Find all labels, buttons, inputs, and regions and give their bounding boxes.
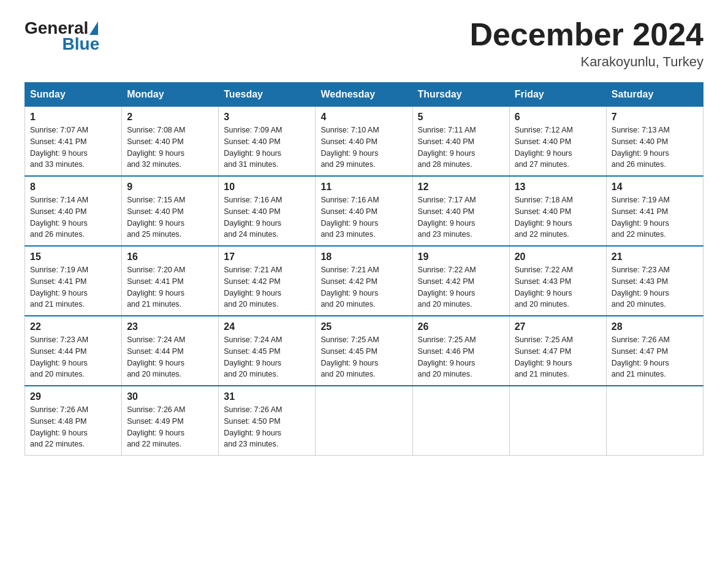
table-row: 5 Sunrise: 7:11 AM Sunset: 4:40 PM Dayli…: [412, 107, 509, 177]
day-number: 15: [30, 251, 116, 262]
day-info: Sunrise: 7:20 AM Sunset: 4:41 PM Dayligh…: [127, 264, 213, 310]
day-number: 7: [612, 112, 698, 123]
day-number: 6: [515, 112, 601, 123]
month-title: December 2024: [469, 18, 703, 50]
table-row: [316, 386, 412, 456]
table-row: 11 Sunrise: 7:16 AM Sunset: 4:40 PM Dayl…: [316, 176, 412, 246]
table-row: 13 Sunrise: 7:18 AM Sunset: 4:40 PM Dayl…: [509, 176, 606, 246]
day-info: Sunrise: 7:16 AM Sunset: 4:40 PM Dayligh…: [224, 194, 310, 240]
day-number: 24: [224, 321, 310, 332]
col-thursday: Thursday: [412, 83, 509, 107]
table-row: 20 Sunrise: 7:22 AM Sunset: 4:43 PM Dayl…: [509, 246, 606, 316]
col-wednesday: Wednesday: [316, 83, 412, 107]
day-info: Sunrise: 7:26 AM Sunset: 4:48 PM Dayligh…: [30, 404, 116, 450]
day-number: 28: [612, 321, 698, 332]
day-info: Sunrise: 7:25 AM Sunset: 4:45 PM Dayligh…: [320, 334, 407, 380]
day-info: Sunrise: 7:09 AM Sunset: 4:40 PM Dayligh…: [224, 124, 310, 170]
day-number: 29: [30, 391, 116, 402]
table-row: 15 Sunrise: 7:19 AM Sunset: 4:41 PM Dayl…: [25, 246, 122, 316]
day-number: 30: [127, 391, 213, 402]
day-number: 12: [418, 182, 504, 193]
table-row: 18 Sunrise: 7:21 AM Sunset: 4:42 PM Dayl…: [316, 246, 412, 316]
day-info: Sunrise: 7:25 AM Sunset: 4:47 PM Dayligh…: [515, 334, 601, 380]
location: Karakoyunlu, Turkey: [469, 54, 703, 70]
table-row: 8 Sunrise: 7:14 AM Sunset: 4:40 PM Dayli…: [25, 176, 122, 246]
table-row: 21 Sunrise: 7:23 AM Sunset: 4:43 PM Dayl…: [606, 246, 703, 316]
day-number: 5: [418, 112, 504, 123]
day-number: 21: [612, 251, 698, 262]
table-row: 6 Sunrise: 7:12 AM Sunset: 4:40 PM Dayli…: [509, 107, 606, 177]
title-area: December 2024 Karakoyunlu, Turkey: [469, 18, 703, 70]
day-info: Sunrise: 7:21 AM Sunset: 4:42 PM Dayligh…: [224, 264, 310, 310]
day-number: 10: [224, 182, 310, 193]
table-row: 3 Sunrise: 7:09 AM Sunset: 4:40 PM Dayli…: [219, 107, 316, 177]
col-sunday: Sunday: [25, 83, 122, 107]
table-row: 30 Sunrise: 7:26 AM Sunset: 4:49 PM Dayl…: [122, 386, 219, 456]
table-row: 25 Sunrise: 7:25 AM Sunset: 4:45 PM Dayl…: [316, 316, 412, 386]
day-info: Sunrise: 7:15 AM Sunset: 4:40 PM Dayligh…: [127, 194, 213, 240]
table-row: 9 Sunrise: 7:15 AM Sunset: 4:40 PM Dayli…: [122, 176, 219, 246]
table-row: 28 Sunrise: 7:26 AM Sunset: 4:47 PM Dayl…: [606, 316, 703, 386]
calendar-week-4: 22 Sunrise: 7:23 AM Sunset: 4:44 PM Dayl…: [25, 316, 703, 386]
day-number: 16: [127, 251, 213, 262]
table-row: 7 Sunrise: 7:13 AM Sunset: 4:40 PM Dayli…: [606, 107, 703, 177]
col-friday: Friday: [509, 83, 606, 107]
day-number: 31: [224, 391, 310, 402]
day-info: Sunrise: 7:23 AM Sunset: 4:44 PM Dayligh…: [30, 334, 116, 380]
day-number: 4: [320, 112, 407, 123]
table-row: 2 Sunrise: 7:08 AM Sunset: 4:40 PM Dayli…: [122, 107, 219, 177]
day-info: Sunrise: 7:10 AM Sunset: 4:40 PM Dayligh…: [320, 124, 407, 170]
day-number: 23: [127, 321, 213, 332]
day-info: Sunrise: 7:24 AM Sunset: 4:44 PM Dayligh…: [127, 334, 213, 380]
day-info: Sunrise: 7:19 AM Sunset: 4:41 PM Dayligh…: [30, 264, 116, 310]
day-number: 26: [418, 321, 504, 332]
table-row: 14 Sunrise: 7:19 AM Sunset: 4:41 PM Dayl…: [606, 176, 703, 246]
day-number: 19: [418, 251, 504, 262]
table-row: 31 Sunrise: 7:26 AM Sunset: 4:50 PM Dayl…: [219, 386, 316, 456]
table-row: 24 Sunrise: 7:24 AM Sunset: 4:45 PM Dayl…: [219, 316, 316, 386]
day-info: Sunrise: 7:07 AM Sunset: 4:41 PM Dayligh…: [30, 124, 116, 170]
day-info: Sunrise: 7:18 AM Sunset: 4:40 PM Dayligh…: [515, 194, 601, 240]
table-row: 1 Sunrise: 7:07 AM Sunset: 4:41 PM Dayli…: [25, 107, 122, 177]
calendar-week-3: 15 Sunrise: 7:19 AM Sunset: 4:41 PM Dayl…: [25, 246, 703, 316]
day-info: Sunrise: 7:19 AM Sunset: 4:41 PM Dayligh…: [612, 194, 698, 240]
day-info: Sunrise: 7:11 AM Sunset: 4:40 PM Dayligh…: [418, 124, 504, 170]
table-row: 22 Sunrise: 7:23 AM Sunset: 4:44 PM Dayl…: [25, 316, 122, 386]
day-info: Sunrise: 7:08 AM Sunset: 4:40 PM Dayligh…: [127, 124, 213, 170]
logo-triangle-icon: [89, 21, 98, 35]
table-row: [606, 386, 703, 456]
table-row: [509, 386, 606, 456]
day-info: Sunrise: 7:12 AM Sunset: 4:40 PM Dayligh…: [515, 124, 601, 170]
table-row: 16 Sunrise: 7:20 AM Sunset: 4:41 PM Dayl…: [122, 246, 219, 316]
day-info: Sunrise: 7:24 AM Sunset: 4:45 PM Dayligh…: [224, 334, 310, 380]
calendar-table: Sunday Monday Tuesday Wednesday Thursday…: [25, 82, 703, 456]
page-header: General Blue December 2024 Karakoyunlu, …: [25, 18, 703, 70]
day-number: 20: [515, 251, 601, 262]
calendar-week-1: 1 Sunrise: 7:07 AM Sunset: 4:41 PM Dayli…: [25, 107, 703, 177]
table-row: 10 Sunrise: 7:16 AM Sunset: 4:40 PM Dayl…: [219, 176, 316, 246]
day-number: 14: [612, 182, 698, 193]
day-number: 3: [224, 112, 310, 123]
header-row: Sunday Monday Tuesday Wednesday Thursday…: [25, 83, 703, 107]
day-info: Sunrise: 7:16 AM Sunset: 4:40 PM Dayligh…: [320, 194, 407, 240]
table-row: [412, 386, 509, 456]
col-saturday: Saturday: [606, 83, 703, 107]
day-info: Sunrise: 7:17 AM Sunset: 4:40 PM Dayligh…: [418, 194, 504, 240]
day-number: 13: [515, 182, 601, 193]
day-number: 22: [30, 321, 116, 332]
day-info: Sunrise: 7:23 AM Sunset: 4:43 PM Dayligh…: [612, 264, 698, 310]
day-number: 11: [320, 182, 407, 193]
day-number: 17: [224, 251, 310, 262]
table-row: 4 Sunrise: 7:10 AM Sunset: 4:40 PM Dayli…: [316, 107, 412, 177]
day-number: 25: [320, 321, 407, 332]
logo: General Blue: [25, 18, 99, 54]
calendar-week-5: 29 Sunrise: 7:26 AM Sunset: 4:48 PM Dayl…: [25, 386, 703, 456]
table-row: 26 Sunrise: 7:25 AM Sunset: 4:46 PM Dayl…: [412, 316, 509, 386]
table-row: 27 Sunrise: 7:25 AM Sunset: 4:47 PM Dayl…: [509, 316, 606, 386]
table-row: 23 Sunrise: 7:24 AM Sunset: 4:44 PM Dayl…: [122, 316, 219, 386]
day-number: 27: [515, 321, 601, 332]
day-number: 9: [127, 182, 213, 193]
day-info: Sunrise: 7:25 AM Sunset: 4:46 PM Dayligh…: [418, 334, 504, 380]
day-info: Sunrise: 7:26 AM Sunset: 4:49 PM Dayligh…: [127, 404, 213, 450]
col-tuesday: Tuesday: [219, 83, 316, 107]
